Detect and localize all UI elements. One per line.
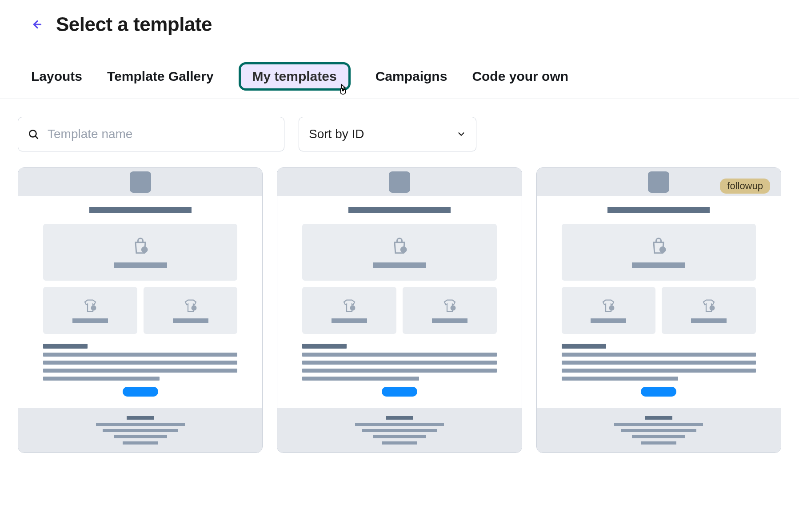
thumb-footer bbox=[18, 408, 262, 453]
tab-code-your-own[interactable]: Code your own bbox=[472, 69, 568, 84]
shopping-bag-icon bbox=[131, 237, 150, 256]
svg-point-7 bbox=[350, 306, 356, 311]
thumb-logo-icon bbox=[130, 171, 151, 193]
template-card[interactable]: followup bbox=[536, 167, 781, 453]
svg-point-9 bbox=[659, 246, 666, 253]
thumb-cta-button bbox=[641, 387, 676, 397]
cursor-pointer-icon bbox=[338, 83, 349, 95]
tab-template-gallery[interactable]: Template Gallery bbox=[107, 69, 214, 84]
thumb-body bbox=[537, 196, 781, 408]
thumb-hero-panel bbox=[302, 224, 496, 281]
thumb-paragraph bbox=[43, 344, 237, 381]
placeholder-line bbox=[591, 318, 626, 323]
search-container bbox=[18, 117, 284, 151]
placeholder-line bbox=[691, 318, 727, 323]
arrow-left-icon bbox=[32, 19, 43, 30]
placeholder-line bbox=[632, 262, 685, 268]
sort-label: Sort by ID bbox=[309, 127, 364, 141]
back-button[interactable] bbox=[31, 18, 44, 31]
tshirt-icon bbox=[340, 298, 358, 314]
template-card[interactable] bbox=[18, 167, 263, 453]
tab-label: My templates bbox=[252, 69, 337, 83]
svg-point-3 bbox=[141, 246, 148, 253]
tshirt-icon bbox=[182, 298, 200, 314]
placeholder-line bbox=[373, 262, 426, 268]
search-input[interactable] bbox=[18, 117, 284, 151]
thumb-hero-panel bbox=[43, 224, 237, 281]
tab-my-templates[interactable]: My templates bbox=[239, 62, 351, 91]
placeholder-line bbox=[114, 262, 167, 268]
svg-point-8 bbox=[450, 306, 455, 311]
svg-point-5 bbox=[191, 306, 196, 311]
thumb-body bbox=[277, 196, 521, 408]
svg-point-11 bbox=[710, 306, 715, 311]
svg-point-4 bbox=[91, 306, 96, 311]
chevron-down-icon bbox=[456, 129, 466, 139]
placeholder-line bbox=[72, 318, 108, 323]
placeholder-line bbox=[432, 318, 467, 323]
thumb-title-bar bbox=[607, 207, 710, 213]
controls-row: Sort by ID bbox=[0, 117, 799, 167]
thumb-body bbox=[18, 196, 262, 408]
thumb-product-panel bbox=[302, 287, 396, 334]
tabs: Layouts Template Gallery My templates Ca… bbox=[0, 44, 799, 99]
thumb-title-bar bbox=[348, 207, 451, 213]
tshirt-icon bbox=[700, 298, 718, 314]
thumb-logo-icon bbox=[389, 171, 410, 193]
svg-point-6 bbox=[400, 246, 407, 253]
page-title: Select a template bbox=[56, 13, 212, 36]
thumb-footer bbox=[537, 408, 781, 453]
thumb-header bbox=[18, 168, 262, 196]
thumb-paragraph bbox=[562, 344, 756, 381]
thumb-title-bar bbox=[89, 207, 192, 213]
tab-campaigns[interactable]: Campaigns bbox=[376, 69, 447, 84]
tshirt-icon bbox=[599, 298, 617, 314]
thumb-hero-panel bbox=[562, 224, 756, 281]
thumb-product-panel bbox=[662, 287, 756, 334]
thumb-product-panel bbox=[562, 287, 656, 334]
thumb-paragraph bbox=[302, 344, 496, 381]
thumb-product-panel bbox=[43, 287, 137, 334]
thumb-cta-button bbox=[382, 387, 417, 397]
tshirt-icon bbox=[81, 298, 99, 314]
thumb-footer bbox=[277, 408, 521, 453]
placeholder-line bbox=[173, 318, 208, 323]
thumb-cta-button bbox=[123, 387, 158, 397]
template-tag-badge: followup bbox=[720, 179, 770, 194]
svg-point-10 bbox=[609, 306, 615, 311]
tshirt-icon bbox=[441, 298, 459, 314]
shopping-bag-icon bbox=[649, 237, 668, 256]
search-icon bbox=[28, 128, 39, 140]
placeholder-line bbox=[332, 318, 367, 323]
thumb-product-panel bbox=[144, 287, 238, 334]
tab-layouts[interactable]: Layouts bbox=[31, 69, 82, 84]
thumb-logo-icon bbox=[648, 171, 669, 193]
thumb-header bbox=[277, 168, 521, 196]
template-card[interactable] bbox=[277, 167, 522, 453]
template-grid: followup bbox=[0, 167, 799, 453]
thumb-product-panel bbox=[403, 287, 497, 334]
svg-line-2 bbox=[36, 136, 38, 139]
shopping-bag-icon bbox=[390, 237, 409, 256]
sort-select[interactable]: Sort by ID bbox=[299, 117, 476, 151]
